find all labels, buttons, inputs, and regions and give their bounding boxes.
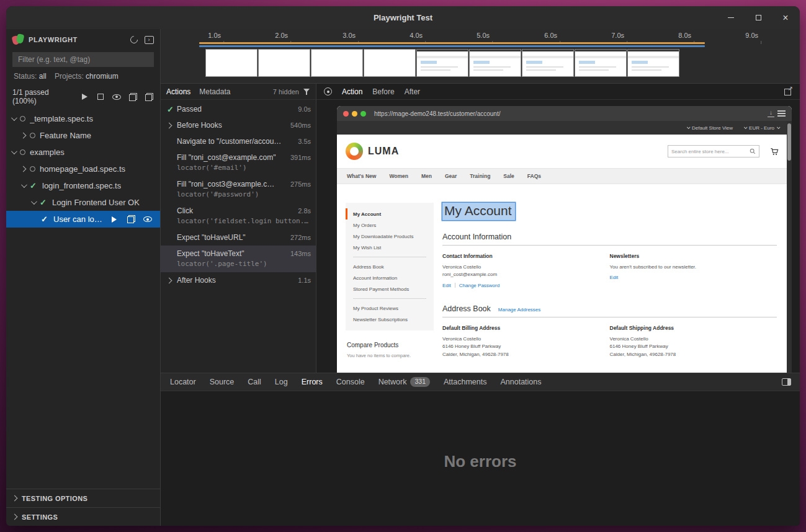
download-icon[interactable]: ↓ xyxy=(768,110,774,117)
timeline-thumbnail[interactable] xyxy=(364,49,416,77)
account-nav-my-orders[interactable]: My Orders xyxy=(346,219,434,231)
trace-timeline[interactable]: 1.0s 2.0s 3.0s 4.0s 5.0s 6.0s 7.0s 8.0s … xyxy=(161,29,800,84)
chevron-right-icon[interactable] xyxy=(20,166,27,172)
tree-item-template-spec[interactable]: _template.spec.ts xyxy=(6,110,160,127)
chevron-down-icon[interactable] xyxy=(31,198,37,205)
timeline-thumbnail[interactable] xyxy=(575,49,627,77)
timeline-thumbnail[interactable] xyxy=(469,49,521,77)
nav-gear[interactable]: Gear xyxy=(445,173,457,179)
tree-item-login-frontend-spec[interactable]: login_frontend.spec.ts xyxy=(6,177,160,194)
chevron-down-icon[interactable] xyxy=(21,182,27,188)
tree-item-login-frontend-user-ok[interactable]: Login Frontend User OK xyxy=(6,194,160,211)
chevron-right-icon[interactable] xyxy=(166,122,172,128)
run-test-button[interactable] xyxy=(109,215,119,224)
search-icon[interactable] xyxy=(750,148,756,154)
tab-source[interactable]: Source xyxy=(203,373,241,391)
account-nav-downloadable[interactable]: My Downloadable Products xyxy=(346,231,434,242)
chevron-down-icon[interactable] xyxy=(11,115,17,121)
page-scrollbar[interactable] xyxy=(787,121,792,373)
timeline-thumbnail[interactable] xyxy=(627,49,679,77)
open-external-icon[interactable] xyxy=(784,87,792,95)
action-item-expect-tohavetext-selected[interactable]: Expect "toHaveText" 143ms locator('.page… xyxy=(161,246,316,272)
close-button[interactable]: × xyxy=(780,12,791,24)
testing-options-section[interactable]: TESTING OPTIONS xyxy=(6,489,160,507)
tree-item-homepage-load-spec[interactable]: homepage_load.spec.ts xyxy=(6,161,160,177)
watch-all-button[interactable] xyxy=(112,92,122,102)
reload-tests-button[interactable] xyxy=(129,35,139,45)
nav-women[interactable]: Women xyxy=(389,173,408,179)
edit-contact-link[interactable]: Edit xyxy=(442,283,451,288)
timeline-thumbnail[interactable] xyxy=(258,49,310,77)
tab-annotations[interactable]: Annotations xyxy=(493,373,548,391)
timeline-thumbnail[interactable] xyxy=(205,49,257,77)
action-item-after-hooks[interactable]: After Hooks 1.1s xyxy=(161,272,316,288)
chevron-down-icon[interactable] xyxy=(11,148,17,154)
action-item-before-hooks[interactable]: Before Hooks 540ms xyxy=(161,117,316,133)
action-item-navigate[interactable]: Navigate to "/customer/accou… 3.5s xyxy=(161,133,316,149)
show-test-output-button[interactable] xyxy=(144,92,154,102)
action-item-click[interactable]: Click 2.8s locator('fieldset.login butto… xyxy=(161,203,316,229)
tab-attachments[interactable]: Attachments xyxy=(437,373,493,391)
tree-item-user-can-login-selected[interactable]: User can lo… xyxy=(6,211,160,228)
minimize-button[interactable] xyxy=(725,12,737,24)
timeline-thumbnail[interactable] xyxy=(522,49,574,77)
nav-training[interactable]: Training xyxy=(470,173,490,179)
currency-switcher[interactable]: EUR - Euro xyxy=(744,125,779,131)
timeline-thumbnail[interactable] xyxy=(311,49,363,77)
account-nav-my-account[interactable]: My Account xyxy=(346,208,434,219)
luma-logo-text[interactable]: LUMA xyxy=(368,146,399,157)
account-nav-newsletter-subs[interactable]: Newsletter Subscriptions xyxy=(346,314,434,325)
account-nav-stored-payment[interactable]: Stored Payment Methods xyxy=(346,283,434,295)
nav-faqs[interactable]: FAQs xyxy=(527,173,541,179)
menu-icon[interactable] xyxy=(777,110,786,117)
manage-addresses-link[interactable]: Manage Addresses xyxy=(498,307,541,313)
account-nav-product-reviews[interactable]: My Product Reviews xyxy=(346,303,434,314)
scrollbar-thumb[interactable] xyxy=(787,123,791,161)
tree-item-examples[interactable]: examples xyxy=(6,144,160,161)
filter-input[interactable] xyxy=(12,52,154,67)
store-view-switcher[interactable]: Default Store View xyxy=(687,125,733,131)
open-source-button[interactable] xyxy=(126,215,136,224)
tab-after[interactable]: After xyxy=(405,87,420,96)
tab-metadata[interactable]: Metadata xyxy=(199,87,230,96)
run-all-button[interactable] xyxy=(79,92,89,102)
filter-icon[interactable] xyxy=(303,88,310,95)
action-item-passed[interactable]: Passed 9.0s xyxy=(161,101,316,117)
tab-network[interactable]: Network 331 xyxy=(372,373,437,391)
chevron-right-icon[interactable] xyxy=(166,277,172,283)
maximize-button[interactable] xyxy=(753,12,764,24)
stop-button[interactable] xyxy=(96,92,105,102)
watch-test-button[interactable] xyxy=(143,215,153,224)
filter-status-line[interactable]: Status: all Projects: chromium xyxy=(6,71,160,86)
account-nav-wish-list[interactable]: My Wish List xyxy=(346,242,434,253)
collapse-all-button[interactable] xyxy=(128,92,138,102)
action-item-fill-password[interactable]: Fill "roni_cost3@example.c… 275ms locato… xyxy=(161,176,316,203)
nav-sale[interactable]: Sale xyxy=(503,173,514,179)
tab-action[interactable]: Action xyxy=(342,87,362,96)
settings-section[interactable]: SETTINGS xyxy=(6,507,160,526)
titlebar[interactable]: Playwright Test × xyxy=(6,6,800,29)
cart-icon[interactable] xyxy=(769,147,779,156)
tab-actions[interactable]: Actions xyxy=(166,87,190,96)
tab-call[interactable]: Call xyxy=(241,373,268,391)
tree-item-feature-name[interactable]: Feature Name xyxy=(6,127,160,144)
tab-log[interactable]: Log xyxy=(268,373,295,391)
luma-logo-icon[interactable] xyxy=(346,143,363,160)
tab-console[interactable]: Console xyxy=(329,373,372,391)
pick-locator-icon[interactable] xyxy=(324,87,332,95)
edit-newsletters-link[interactable]: Edit xyxy=(610,275,619,280)
nav-whats-new[interactable]: What's New xyxy=(347,173,376,179)
chevron-right-icon[interactable] xyxy=(20,133,27,139)
action-item-expect-tohaveurl[interactable]: Expect "toHaveURL" 272ms xyxy=(161,229,316,246)
nav-men[interactable]: Men xyxy=(421,173,432,179)
tab-locator[interactable]: Locator xyxy=(163,373,203,391)
tab-before[interactable]: Before xyxy=(372,87,394,96)
address-bar[interactable]: https://mage-demo248.test/customer/accou… xyxy=(374,110,764,117)
action-item-fill-email[interactable]: Fill "roni_cost@example.com" 391ms locat… xyxy=(161,149,316,176)
account-nav-address-book[interactable]: Address Book xyxy=(346,261,434,272)
account-nav-account-info[interactable]: Account Information xyxy=(346,272,434,283)
toggle-output-button[interactable]: › xyxy=(144,35,154,45)
toggle-panel-layout-icon[interactable] xyxy=(782,378,791,386)
store-search-input[interactable] xyxy=(671,149,747,154)
timeline-thumbnail[interactable] xyxy=(416,49,468,77)
